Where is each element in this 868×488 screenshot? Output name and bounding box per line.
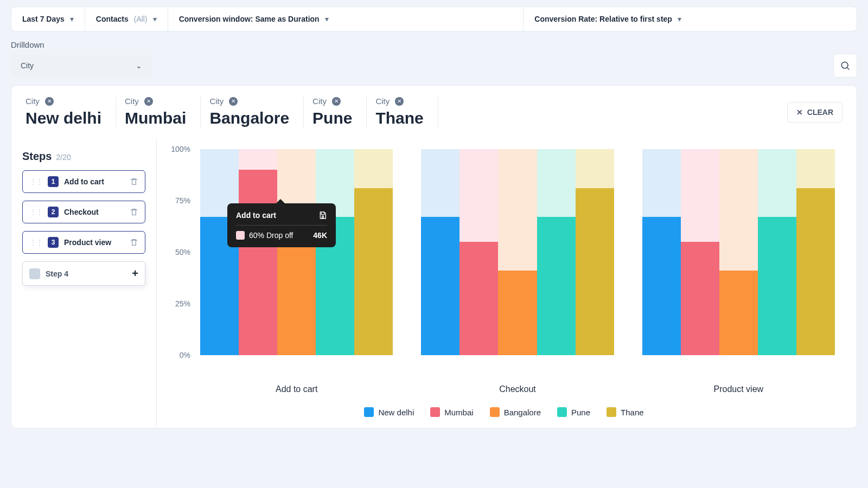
filter-date-range[interactable]: Last 7 Days ▾: [11, 7, 85, 31]
bar-group: [200, 149, 393, 355]
y-tick: 25%: [175, 299, 190, 308]
plus-icon: +: [132, 267, 138, 280]
legend-item[interactable]: Pune: [557, 407, 590, 417]
steps-title: Steps: [22, 150, 52, 163]
filter-contacts-label: Contacts: [96, 15, 129, 23]
close-icon: ✕: [796, 108, 803, 117]
chip-dim: City: [25, 97, 40, 106]
bar[interactable]: [537, 149, 576, 355]
drag-handle-icon[interactable]: ⋮⋮: [29, 177, 42, 186]
legend-label: Pune: [571, 408, 590, 417]
bar[interactable]: [421, 149, 459, 355]
legend-item[interactable]: New delhi: [364, 407, 414, 417]
step-label: Checkout: [64, 208, 124, 216]
tooltip-title: Add to cart: [236, 211, 276, 220]
search-button[interactable]: [833, 54, 857, 78]
clear-button[interactable]: ✕ CLEAR: [787, 102, 843, 123]
filter-cr-label: Conversion Rate: Relative to first step: [534, 15, 672, 23]
save-icon[interactable]: [318, 211, 327, 220]
bar[interactable]: [316, 149, 354, 355]
chip-value: Mumbai: [125, 109, 186, 127]
tooltip-line: 60% Drop off: [249, 231, 293, 240]
chip-bangalore: City✕ Bangalore: [209, 97, 304, 127]
legend-label: New delhi: [378, 408, 414, 417]
chip-dim: City: [312, 97, 327, 106]
step-number: 2: [48, 207, 59, 217]
chip-thane: City✕ Thane: [375, 97, 438, 127]
legend-item[interactable]: Bangalore: [490, 407, 541, 417]
bar-group: [642, 149, 835, 355]
chip-value: Thane: [375, 109, 423, 127]
close-icon[interactable]: ✕: [332, 97, 341, 106]
bar[interactable]: [277, 149, 316, 355]
bar[interactable]: [239, 149, 277, 355]
chevron-down-icon: ▾: [678, 15, 681, 23]
drag-handle-icon[interactable]: ⋮⋮: [29, 208, 42, 216]
step-card-add[interactable]: Step 4 +: [22, 261, 145, 286]
filter-contacts[interactable]: Contacts (All) ▾: [85, 7, 168, 31]
bar[interactable]: [354, 149, 393, 355]
x-label: Add to cart: [200, 384, 393, 394]
legend-item[interactable]: Mumbai: [430, 407, 473, 417]
chart-tooltip: Add to cart 60% Drop off 46K: [227, 203, 336, 247]
chip-dim: City: [125, 97, 139, 106]
bar[interactable]: [796, 149, 835, 355]
steps-count: 2/20: [56, 153, 71, 162]
legend-item[interactable]: Thane: [607, 407, 644, 417]
legend-label: Bangalore: [504, 408, 541, 417]
filter-conversion-rate[interactable]: Conversion Rate: Relative to first step …: [524, 7, 857, 31]
x-label: Checkout: [421, 384, 614, 394]
chip-mumbai: City✕ Mumbai: [125, 97, 201, 127]
svg-line-1: [847, 68, 850, 70]
chip-pune: City✕ Pune: [312, 97, 367, 127]
step-label: Add to cart: [64, 177, 124, 186]
drag-handle-icon[interactable]: ⋮⋮: [29, 238, 42, 247]
step-label: Product view: [64, 238, 124, 247]
trash-icon[interactable]: [130, 177, 138, 186]
step-card-3[interactable]: ⋮⋮ 3 Product view: [22, 231, 145, 254]
bar[interactable]: [642, 149, 681, 355]
step-card-1[interactable]: ⋮⋮ 1 Add to cart: [22, 170, 145, 193]
bar[interactable]: [498, 149, 537, 355]
bar[interactable]: [200, 149, 239, 355]
y-tick: 75%: [175, 196, 190, 205]
chevron-down-icon: ▾: [153, 15, 157, 23]
y-tick: 50%: [175, 248, 190, 256]
x-label: Product view: [642, 384, 835, 394]
step-number: 1: [48, 176, 59, 187]
chevron-down-icon: ⌄: [136, 61, 142, 70]
drilldown-chips: City✕ New delhi City✕ Mumbai City✕ Banga…: [11, 86, 857, 138]
legend-label: Thane: [621, 408, 644, 417]
steps-pane: Steps 2/20 ⋮⋮ 1 Add to cart ⋮⋮ 2 Checkou…: [11, 138, 157, 428]
y-tick: 100%: [171, 145, 190, 153]
step-add-label: Step 4: [46, 269, 126, 278]
step-placeholder-icon: [29, 268, 40, 279]
drilldown-value: City: [21, 61, 34, 70]
bar[interactable]: [719, 149, 758, 355]
bar[interactable]: [681, 149, 719, 355]
y-axis: 0%25%50%75%100%: [168, 149, 195, 355]
close-icon[interactable]: ✕: [144, 97, 153, 106]
filter-contacts-scope: (All): [134, 15, 148, 23]
legend-label: Mumbai: [444, 408, 473, 417]
chip-dim: City: [375, 97, 390, 106]
bar[interactable]: [758, 149, 796, 355]
legend-swatch: [557, 407, 567, 417]
bar[interactable]: [459, 149, 498, 355]
tooltip-value: 46K: [313, 231, 327, 240]
close-icon[interactable]: ✕: [395, 97, 404, 106]
step-card-2[interactable]: ⋮⋮ 2 Checkout: [22, 201, 145, 223]
trash-icon[interactable]: [130, 208, 138, 216]
filter-date-label: Last 7 Days: [22, 15, 65, 23]
close-icon[interactable]: ✕: [45, 97, 54, 106]
chip-value: Pune: [312, 109, 352, 127]
filter-conversion-window[interactable]: Conversion window: Same as Duration ▾: [168, 7, 524, 31]
drilldown-select[interactable]: City ⌄: [11, 55, 152, 76]
bar[interactable]: [576, 149, 614, 355]
y-tick: 0%: [180, 351, 190, 359]
chip-new-delhi: City✕ New delhi: [25, 97, 116, 127]
legend-swatch: [607, 407, 616, 417]
bar-group: [421, 149, 614, 355]
close-icon[interactable]: ✕: [229, 97, 238, 106]
trash-icon[interactable]: [130, 238, 138, 247]
